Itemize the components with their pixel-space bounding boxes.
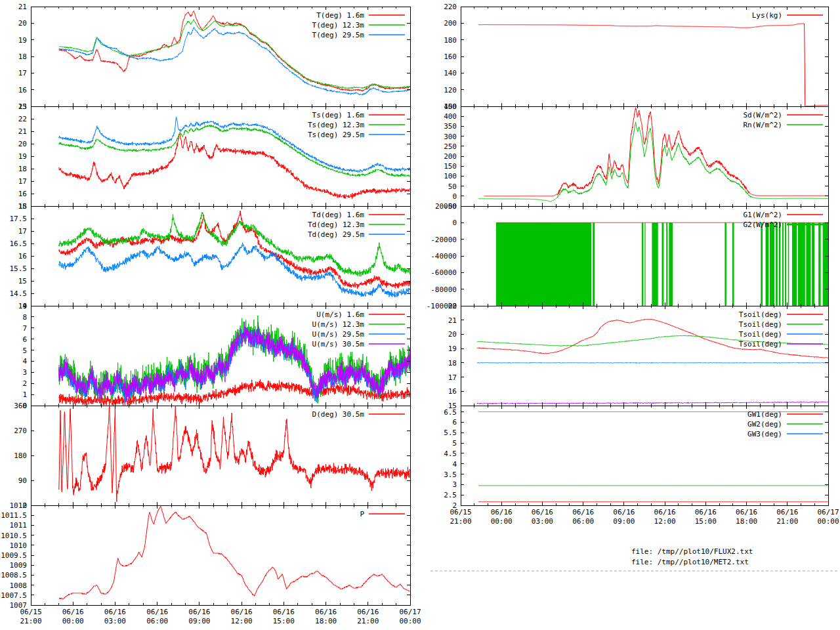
y-tick-label: 350 (444, 122, 457, 131)
y-tick-label: 22 (18, 115, 27, 123)
multiplot-canvas: 15161718192021T(deg) 1.6mT(deg) 12.3mT(d… (0, 0, 840, 630)
x-tick-date: 06/16 (654, 508, 676, 516)
y-tick-label: 450 (444, 102, 457, 111)
air-temperature-legend: T(deg) 1.6mT(deg) 12.3mT(deg) 29.5m (312, 11, 405, 39)
data-band (776, 222, 778, 306)
data-band (662, 222, 664, 306)
soil-temperature-series-2 (477, 362, 828, 363)
y-tick-label: 90 (18, 476, 27, 485)
legend-entry-label: T(deg) 12.3m (312, 21, 365, 30)
y-tick-label: 4 (452, 460, 457, 469)
y-tick-label: 180 (444, 36, 457, 45)
y-tick-label: 17.5 (10, 215, 28, 223)
legend-entry-label: Rn(W/m^2) (743, 121, 782, 129)
legend-entry-label: GW2(deg) (747, 420, 782, 429)
legend-entry-label: Td(deg) 29.5m (308, 230, 364, 239)
y-tick-label: 20 (448, 330, 457, 339)
radiation-panel: -50050100150200250300350400450Sd(W/m^2)R… (444, 102, 828, 211)
data-band (798, 222, 805, 306)
y-tick-label: 18 (448, 359, 457, 368)
x-tick-time: 21:00 (450, 517, 471, 526)
y-tick-label: 22 (448, 302, 457, 310)
x-tick-time: 15:00 (273, 617, 295, 625)
plot-frame (461, 7, 828, 106)
y-tick-label: 180 (14, 452, 27, 460)
panels-group: 15161718192021T(deg) 1.6mT(deg) 12.3mT(d… (1, 3, 839, 625)
x-tick-date: 06/16 (188, 608, 210, 616)
x-tick-date: 06/16 (532, 508, 553, 516)
x-tick-date: 06/16 (231, 608, 253, 616)
x-tick-time: 12:00 (231, 617, 253, 625)
data-band (644, 222, 645, 306)
y-tick-label: 3.5 (444, 471, 457, 479)
y-tick-label: 1010 (10, 541, 28, 550)
wind-speed-legend: U(m/s) 1.6mU(m/s) 12.3mU(m/s) 29.5mU(m/s… (312, 310, 405, 348)
soil-temperature-panel: 1516171819202122Tsoil(deg)Tsoil(deg)Tsoi… (448, 302, 828, 410)
sonic-temperature-panel: 151617181920212223Ts(deg) 1.6mTs(deg) 12… (18, 102, 410, 211)
x-axis-ticks (31, 505, 410, 605)
wind-speed-panel: 0123456789U(m/s) 1.6mU(m/s) 12.3mU(m/s) … (22, 302, 410, 410)
legend-entry-label: Tsoil(deg) (739, 340, 782, 348)
x-tick-time: 15:00 (695, 517, 717, 526)
plot-frame (31, 505, 410, 605)
y-tick-label: 0 (452, 192, 457, 201)
legend-entry-label: U(m/s) 29.5m (312, 330, 365, 339)
legend-entry-label: P (360, 510, 364, 518)
y-tick-label: 2 (22, 379, 27, 388)
y-tick-label: 5.5 (444, 429, 457, 437)
wind-direction-series-0 (59, 406, 410, 502)
data-band (806, 222, 810, 306)
y-tick-label: 1009.5 (1, 551, 27, 560)
x-tick-time: 21:00 (776, 517, 798, 526)
y-tick-label: 360 (14, 402, 27, 410)
data-band (812, 222, 814, 306)
soil-temperature-series-3 (477, 402, 828, 404)
data-band (792, 222, 797, 306)
legend-entry-label: T(deg) 29.5m (312, 31, 365, 39)
data-band (766, 222, 769, 306)
dewpoint-series-2 (59, 243, 410, 297)
x-tick-date: 06/16 (273, 608, 295, 616)
data-band (788, 222, 789, 306)
data-band (823, 222, 828, 306)
x-tick-time: 00:00 (62, 617, 84, 625)
x-axis-labels: 06/1521:0006/1600:0006/1603:0006/1606:00… (450, 508, 839, 526)
y-tick-label: 6.5 (444, 408, 457, 417)
y-tick-label: 150 (444, 162, 457, 171)
x-tick-date: 06/17 (399, 608, 421, 616)
y-tick-label: 16 (18, 86, 27, 94)
y-tick-label: 220 (444, 3, 457, 11)
y-tick-label: 4 (22, 357, 27, 366)
y-tick-label: 4.5 (444, 450, 457, 458)
legend-entry-label: G1(W/m^2) (743, 211, 782, 219)
y-tick-label: 250 (444, 142, 457, 151)
pressure-legend: P (360, 510, 405, 518)
lysimeter-legend: Lys(kg) (752, 11, 823, 20)
data-band (652, 222, 658, 306)
pressure-panel: 10071007.510081008.510091009.510101010.5… (1, 501, 421, 625)
x-tick-time: 18:00 (315, 617, 337, 625)
y-tick-label: 1007.5 (1, 591, 27, 600)
y-tick-label: 16.5 (10, 240, 28, 248)
x-tick-date: 06/16 (572, 508, 594, 516)
data-band (761, 222, 763, 306)
x-tick-time: 00:00 (399, 617, 421, 625)
y-tick-label: 15.5 (10, 264, 28, 273)
y-tick-label: 1010.5 (1, 532, 27, 540)
gnuplot-multiplot-page: 15161718192021T(deg) 1.6mT(deg) 12.3mT(d… (0, 0, 840, 630)
ground-water-panel: 22.533.544.555.566.506/1521:0006/1600:00… (444, 406, 839, 526)
x-tick-date: 06/16 (62, 608, 84, 616)
x-tick-time: 21:00 (357, 617, 379, 625)
y-tick-label: 400 (444, 112, 457, 121)
data-band (593, 222, 595, 306)
y-tick-label: 21 (18, 3, 27, 11)
legend-entry-label: Td(deg) 12.3m (308, 220, 364, 229)
y-tick-label: 17 (18, 69, 27, 77)
y-tick-label: 3 (452, 480, 457, 489)
y-tick-label: 20 (18, 140, 27, 148)
x-tick-time: 09:00 (188, 617, 210, 625)
y-tick-label: 1008.5 (1, 571, 27, 579)
y-tick-label: 1011.5 (1, 511, 27, 520)
y-tick-label: 1 (22, 390, 27, 399)
y-tick-label: 8 (22, 313, 27, 322)
